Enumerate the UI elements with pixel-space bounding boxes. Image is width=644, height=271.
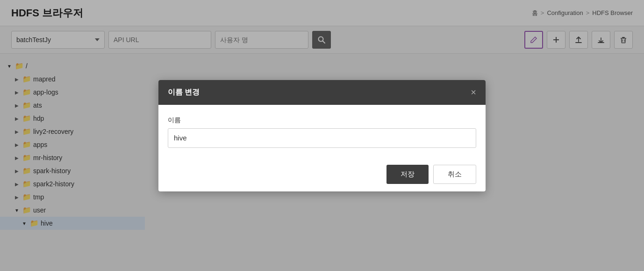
modal-body: 이름 <box>158 105 486 157</box>
cancel-button[interactable]: 취소 <box>433 165 476 184</box>
rename-input[interactable] <box>168 128 476 148</box>
rename-modal: 이름 변경 × 이름 저장 취소 <box>158 80 486 191</box>
form-label-name: 이름 <box>168 116 476 125</box>
modal-title: 이름 변경 <box>168 88 200 97</box>
modal-header: 이름 변경 × <box>158 80 486 105</box>
modal-footer: 저장 취소 <box>158 157 486 191</box>
modal-close-button[interactable]: × <box>471 88 476 97</box>
modal-overlay[interactable]: 이름 변경 × 이름 저장 취소 <box>0 0 644 271</box>
save-button[interactable]: 저장 <box>386 165 429 184</box>
